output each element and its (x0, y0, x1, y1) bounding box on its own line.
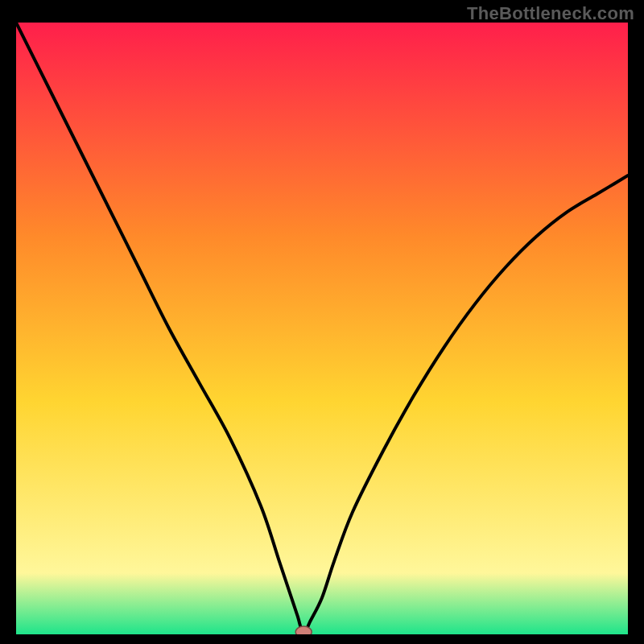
plot-area (16, 23, 628, 634)
chart-svg (16, 23, 628, 634)
optimal-point-marker (295, 626, 312, 634)
gradient-background (16, 23, 628, 634)
watermark-text: TheBottleneck.com (467, 3, 634, 24)
chart-frame: TheBottleneck.com (0, 0, 644, 644)
